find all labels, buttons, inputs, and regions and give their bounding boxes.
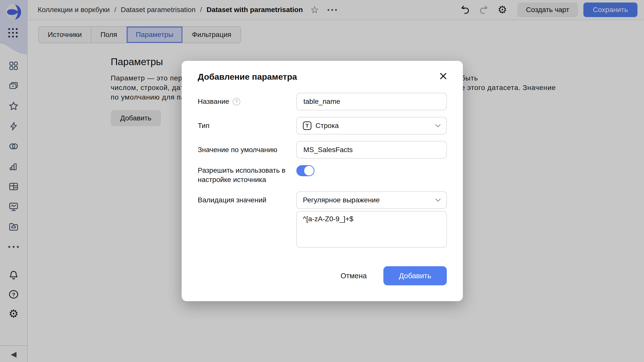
close-icon[interactable]: × [436,68,451,83]
chevron-down-icon [435,124,441,127]
allow-label-line2: настройке источника [198,175,296,184]
name-help-icon[interactable]: ? [233,98,240,105]
chevron-down-icon [435,198,441,202]
validation-selected-value: Регулярное выражение [303,196,380,204]
datalens-app: ? ⚙ ◀ Коллекции и воркбуки / Dataset par… [0,0,644,362]
toggle-knob [304,166,314,175]
default-value-input[interactable] [296,141,447,159]
type-label: Тип [198,122,210,130]
regex-textarea[interactable]: ^[a-zA-Z0-9_]+$ [296,211,447,248]
name-row: Название ? [198,93,447,110]
name-label: Название [198,98,229,106]
allow-in-source-row: Разрешить использовать в настройке источ… [198,165,447,184]
cancel-button[interactable]: Отмена [330,266,378,285]
parameter-form: Название ? Тип T Строка [198,93,447,285]
type-selected-value: Строка [315,122,339,130]
validation-row: Валидация значений Регулярное выражение [198,191,447,209]
validation-label: Валидация значений [198,196,266,204]
allow-in-source-toggle[interactable] [296,165,314,176]
modal-actions: Отмена Добавить [198,266,447,285]
default-value-label: Значение по умолчанию [198,146,277,154]
string-type-icon: T [303,121,311,130]
name-input[interactable] [296,93,447,110]
modal-title: Добавление параметра [198,72,447,82]
type-select[interactable]: T Строка [296,117,447,134]
regex-row: ^[a-zA-Z0-9_]+$ [198,211,447,248]
allow-label-line1: Разрешить использовать в [198,166,296,175]
default-value-row: Значение по умолчанию [198,141,447,159]
type-row: Тип T Строка [198,117,447,134]
validation-select[interactable]: Регулярное выражение [296,191,447,209]
submit-add-button[interactable]: Добавить [383,266,447,285]
add-parameter-modal: Добавление параметра × Название ? Тип T … [182,61,463,301]
